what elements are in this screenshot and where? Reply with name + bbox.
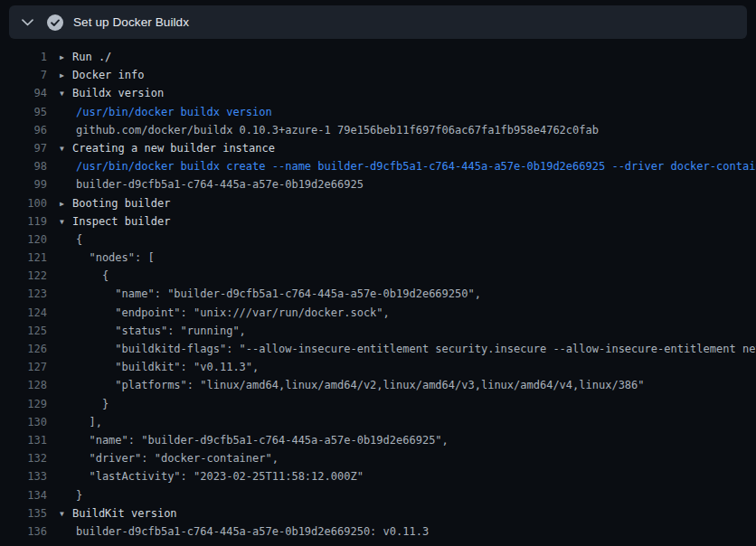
step-header[interactable]: Set up Docker Buildx (9, 5, 747, 39)
log-text: } (47, 486, 82, 504)
log-text: "lastActivity": "2023-02-25T11:58:12.000… (47, 467, 364, 485)
line-number[interactable]: 124 (0, 304, 47, 322)
line-number[interactable]: 132 (0, 449, 47, 467)
line-number[interactable]: 131 (0, 431, 47, 449)
line-number[interactable]: 100 (0, 194, 47, 212)
log-text: "name": "builder-d9cfb5a1-c764-445a-a57e… (47, 285, 481, 303)
log-line: 130 ], (0, 413, 756, 431)
line-number[interactable]: 134 (0, 486, 47, 504)
line-number[interactable]: 133 (0, 467, 47, 485)
log-group-title[interactable]: ▼Creating a new builder instance (47, 139, 275, 157)
log-line[interactable]: 100▶Booting builder (0, 194, 756, 212)
log-group-title[interactable]: ▼Inspect builder (47, 212, 170, 231)
log-text: "endpoint": "unix:///var/run/docker.sock… (47, 304, 390, 322)
line-number[interactable]: 128 (0, 376, 47, 394)
log-text: } (47, 395, 109, 413)
check-circle-icon (47, 14, 63, 31)
log-line: 124 "endpoint": "unix:///var/run/docker.… (0, 304, 756, 322)
log-line: 136builder-d9cfb5a1-c764-445a-a57e-0b19d… (0, 522, 756, 541)
log-line[interactable]: 7▶Docker info (0, 66, 756, 84)
log-text: "driver": "docker-container", (47, 449, 279, 467)
line-number[interactable]: 130 (0, 413, 47, 431)
log-text: "platforms": "linux/amd64,linux/amd64/v2… (47, 376, 645, 394)
log-group-title[interactable]: ▶Docker info (47, 66, 144, 84)
group-expanded-icon: ▼ (60, 213, 72, 231)
log-line: 131 "name": "builder-d9cfb5a1-c764-445a-… (0, 431, 756, 449)
log-line: 133 "lastActivity": "2023-02-25T11:58:12… (0, 467, 756, 485)
log-text: "nodes": [ (47, 249, 155, 267)
log-group-title[interactable]: ▼Buildx version (47, 84, 164, 102)
log-group-title[interactable]: ▶Booting builder (47, 194, 170, 212)
log-text: builder-d9cfb5a1-c764-445a-a57e-0b19d2e6… (47, 522, 429, 541)
line-number[interactable]: 122 (0, 267, 47, 285)
line-number[interactable]: 94 (0, 84, 47, 102)
log-line: 127 "buildkit": "v0.11.3", (0, 358, 756, 376)
log-line: 96github.com/docker/buildx 0.10.3+azure-… (0, 121, 756, 139)
log-text: "buildkitd-flags": "--allow-insecure-ent… (47, 340, 756, 358)
log-group-title[interactable]: ▼BuildKit version (47, 504, 177, 522)
line-number[interactable]: 97 (0, 139, 47, 157)
line-number[interactable]: 95 (0, 103, 47, 121)
group-expanded-icon: ▼ (60, 140, 72, 158)
log-line: 126 "buildkitd-flags": "--allow-insecure… (0, 340, 756, 358)
group-collapsed-icon: ▶ (60, 49, 72, 67)
log-line: 99builder-d9cfb5a1-c764-445a-a57e-0b19d2… (0, 175, 756, 193)
log-text: { (47, 231, 82, 249)
line-number[interactable]: 123 (0, 285, 47, 303)
group-expanded-icon: ▼ (60, 85, 72, 103)
line-number[interactable]: 96 (0, 121, 47, 139)
log-line[interactable]: 119▼Inspect builder (0, 212, 756, 231)
log-text: builder-d9cfb5a1-c764-445a-a57e-0b19d2e6… (47, 175, 364, 193)
log-text: { (47, 267, 109, 285)
log-line[interactable]: 94▼Buildx version (0, 84, 756, 102)
log-text: /usr/bin/docker buildx create --name bui… (47, 157, 756, 175)
line-number[interactable]: 126 (0, 340, 47, 358)
line-number[interactable]: 119 (0, 212, 47, 231)
log-line: 125 "status": "running", (0, 322, 756, 340)
line-number[interactable]: 99 (0, 175, 47, 193)
line-number[interactable]: 121 (0, 249, 47, 267)
line-number[interactable]: 1 (0, 48, 47, 66)
log-line: 98/usr/bin/docker buildx create --name b… (0, 157, 756, 175)
log-line: 120{ (0, 231, 756, 249)
log-text: github.com/docker/buildx 0.10.3+azure-1 … (47, 121, 599, 139)
group-collapsed-icon: ▶ (60, 195, 72, 213)
log-line: 134} (0, 486, 756, 504)
line-number[interactable]: 120 (0, 231, 47, 249)
log-text: /usr/bin/docker buildx version (47, 103, 272, 121)
line-number[interactable]: 98 (0, 157, 47, 175)
line-number[interactable]: 127 (0, 358, 47, 376)
line-number[interactable]: 125 (0, 322, 47, 340)
log-text: "name": "builder-d9cfb5a1-c764-445a-a57e… (47, 431, 449, 449)
log-text: ], (47, 413, 102, 431)
log-line[interactable]: 97▼Creating a new builder instance (0, 139, 756, 157)
log-line[interactable]: 1▶Run ./ (0, 48, 756, 66)
log-line: 128 "platforms": "linux/amd64,linux/amd6… (0, 376, 756, 394)
log-text: "buildkit": "v0.11.3", (47, 358, 259, 376)
log-group-title[interactable]: ▶Run ./ (47, 48, 111, 66)
group-collapsed-icon: ▶ (60, 67, 72, 85)
log-line: 129 } (0, 395, 756, 413)
log-area: 1▶Run ./7▶Docker info94▼Buildx version95… (0, 39, 756, 541)
log-line: 132 "driver": "docker-container", (0, 449, 756, 467)
group-expanded-icon: ▼ (60, 505, 72, 523)
line-number[interactable]: 129 (0, 395, 47, 413)
line-number[interactable]: 136 (0, 522, 47, 541)
log-line: 121 "nodes": [ (0, 249, 756, 267)
chevron-down-icon[interactable] (17, 15, 37, 30)
log-line: 123 "name": "builder-d9cfb5a1-c764-445a-… (0, 285, 756, 303)
log-text: "status": "running", (47, 322, 246, 340)
line-number[interactable]: 7 (0, 66, 47, 84)
log-line[interactable]: 135▼BuildKit version (0, 504, 756, 522)
log-line: 122 { (0, 267, 756, 285)
line-number[interactable]: 135 (0, 504, 47, 522)
log-line: 95/usr/bin/docker buildx version (0, 103, 756, 121)
step-title: Set up Docker Buildx (73, 15, 189, 29)
